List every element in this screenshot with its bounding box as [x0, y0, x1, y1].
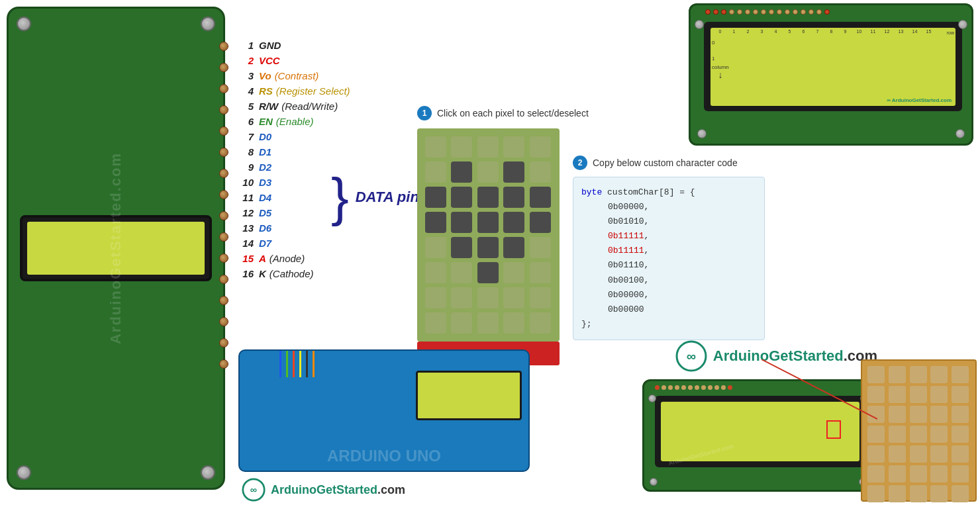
pixel-cell-5[interactable]	[425, 161, 446, 183]
pixel-cell-23[interactable]	[503, 237, 524, 258]
pin-name-8: D1	[259, 146, 271, 158]
small-lcd-on-board	[416, 371, 522, 420]
pin-num-5: 5	[235, 101, 254, 112]
mini-pixel-cell-18	[930, 426, 948, 443]
pixel-cell-33[interactable]	[503, 287, 524, 308]
page: ArduinoGetStarted.com 1 GND	[0, 0, 980, 505]
pin-name-3: Vo	[259, 70, 271, 81]
tr-connector-red-1	[705, 9, 710, 15]
pixel-cell-20[interactable]	[425, 237, 446, 258]
tr-connector-brown-7	[777, 9, 782, 15]
pixel-cell-2[interactable]	[477, 136, 499, 158]
logo-br-svg: ∞	[675, 340, 708, 373]
pin-num-15: 15	[235, 253, 254, 264]
svg-text:∞: ∞	[687, 349, 696, 363]
mini-pixel-cell-33	[930, 485, 948, 502]
connector-dot-1	[219, 42, 228, 51]
lcd-br-screen: ArduinoGetStarted.com	[661, 402, 859, 461]
code-line-0: 0b00000,	[608, 200, 649, 214]
pixel-cell-36[interactable]	[451, 312, 472, 334]
connector-dot-6	[219, 148, 228, 157]
pixel-grid[interactable]	[417, 128, 560, 342]
code-line-4: 0b01110,	[608, 258, 649, 273]
col-4: 4	[769, 29, 783, 34]
pixel-cell-35[interactable]	[425, 312, 446, 334]
pixel-cell-25[interactable]	[425, 262, 446, 283]
mini-pixel-cell-0	[867, 366, 885, 383]
pin-num-14: 14	[235, 238, 254, 249]
pin-desc-3: (Contrast)	[275, 70, 319, 81]
br-conn-12	[728, 385, 732, 390]
pixel-cell-0[interactable]	[425, 136, 446, 158]
code-value-7: 0b00000	[608, 304, 644, 314]
top-connector-row	[705, 9, 830, 15]
step2-title: 2 Copy below custom character code	[573, 156, 765, 170]
pin-item-15: 15 A (Anode)	[235, 253, 420, 264]
mini-pixel-cell-4	[952, 366, 969, 383]
pixel-cell-13[interactable]	[503, 187, 524, 208]
pixel-cell-6[interactable]	[451, 161, 472, 183]
pixel-cell-29[interactable]	[530, 262, 551, 283]
pixel-cell-1[interactable]	[451, 136, 472, 158]
pixel-cell-17[interactable]	[477, 212, 499, 233]
logo-br: ∞ ArduinoGetStarted.com	[675, 340, 877, 373]
pin-item-3: 3 Vo (Contrast)	[235, 70, 420, 81]
pixel-cell-22[interactable]	[477, 237, 499, 258]
pixel-cell-12[interactable]	[477, 187, 499, 208]
pixel-cell-37[interactable]	[477, 312, 499, 334]
pixel-cell-11[interactable]	[451, 187, 472, 208]
pin-desc-6: (Enable)	[276, 116, 314, 127]
code-value-2: 0b11111	[608, 231, 644, 241]
pixel-cell-28[interactable]	[503, 262, 524, 283]
lcd-bottom-right: ArduinoGetStarted.com	[642, 379, 874, 492]
pixel-cell-4[interactable]	[530, 136, 551, 158]
row-label: row	[947, 30, 954, 35]
pixel-cell-34[interactable]	[530, 287, 551, 308]
pixel-cell-14[interactable]	[530, 187, 551, 208]
connector-dot-12	[219, 275, 228, 284]
pixel-cell-7[interactable]	[477, 161, 499, 183]
data-bracket: } DATA pins	[331, 171, 427, 224]
pixel-cell-8[interactable]	[503, 161, 524, 183]
pixel-cell-16[interactable]	[451, 212, 472, 233]
tr-connector-brown-5	[761, 9, 766, 15]
pin-name-16: K	[259, 268, 266, 279]
col-5: 5	[783, 29, 797, 34]
pin-num-10: 10	[235, 177, 254, 188]
pixel-cell-32[interactable]	[477, 287, 499, 308]
pixel-cell-21[interactable]	[451, 237, 472, 258]
arduino-area: ARDUINO UNO	[238, 349, 530, 472]
pixel-cell-26[interactable]	[451, 262, 472, 283]
mini-pixel-cell-13	[930, 406, 948, 423]
code-line-2: 0b11111,	[608, 229, 649, 244]
pin-item-14: 14 D7	[235, 238, 420, 249]
pixel-cell-27[interactable]	[477, 262, 499, 283]
pixel-cell-38[interactable]	[503, 312, 524, 334]
pin-name-5: R/W	[259, 101, 278, 112]
lcd-br-watermark: ArduinoGetStarted.com	[667, 443, 734, 467]
pixel-cell-19[interactable]	[530, 212, 551, 233]
pin-desc-4: (Register Select)	[276, 85, 350, 97]
pixel-cell-39[interactable]	[530, 312, 551, 334]
pin-name-10: D3	[259, 177, 271, 188]
lcd-tr-logo: ∞ ArduinoGetStarted.com	[887, 97, 952, 103]
pixel-cell-24[interactable]	[530, 237, 551, 258]
pin-name-12: D5	[259, 207, 271, 218]
pin-name-13: D6	[259, 222, 271, 234]
pixel-cell-3[interactable]	[503, 136, 524, 158]
connector-dot-13	[219, 296, 228, 305]
logo-com: .com	[377, 483, 405, 496]
tr-connector-brown-4	[753, 9, 758, 15]
pixel-cell-10[interactable]	[425, 187, 446, 208]
pixel-cell-30[interactable]	[425, 287, 446, 308]
code-funcname: customChar[8] = {	[607, 187, 695, 197]
code-line-3: 0b11111,	[608, 244, 649, 258]
pixel-cell-9[interactable]	[530, 161, 551, 183]
connector-dot-9	[219, 211, 228, 220]
mini-pixel-cell-15	[867, 426, 885, 443]
pixel-section: 1 Click on each pixel to select/deselect…	[417, 106, 589, 365]
pin-num-2: 2	[235, 55, 254, 66]
pixel-cell-31[interactable]	[451, 287, 472, 308]
pixel-cell-15[interactable]	[425, 212, 446, 233]
pixel-cell-18[interactable]	[503, 212, 524, 233]
